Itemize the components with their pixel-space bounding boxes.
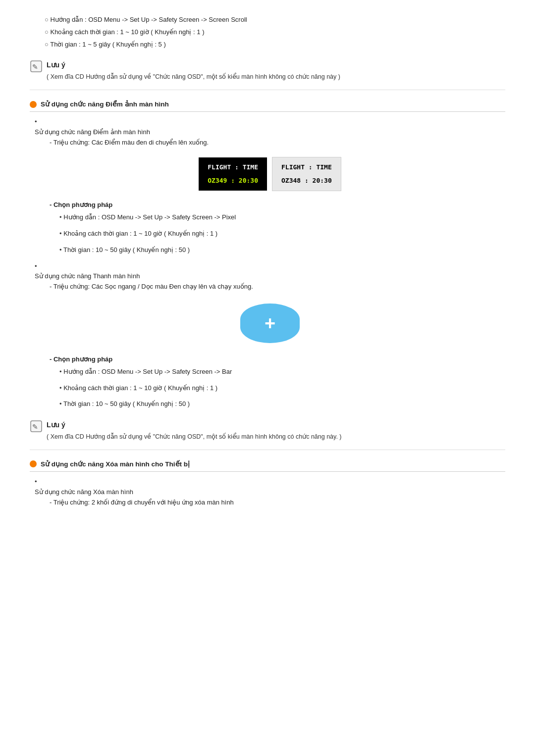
bar-bullet-3: Thời gian : 10 ~ 50 giây ( Khuyến nghị :… [59, 399, 505, 409]
choose-method-2: - Chọn phương pháp [35, 354, 505, 365]
section2-item1: Sử dụng chức năng Điểm ảnh màn hình - Tr… [35, 117, 505, 255]
section-screen-scroll: Hướng dẫn : OSD Menu -> Set Up -> Safety… [30, 15, 505, 50]
note-icon-2: ✎ [30, 420, 43, 433]
note-title-2: Lưu ý [47, 419, 342, 430]
section3-item1: Sử dụng chức năng Xóa màn hình - Triệu c… [35, 477, 505, 507]
section3-heading: Sử dụng chức năng Xóa màn hình cho Thiết… [30, 459, 505, 472]
note-text-1: ( Xem đĩa CD Hướng dẫn sử dụng về "Chức … [47, 72, 340, 82]
flight-board-black-row1: FLIGHT : TIME [208, 162, 258, 173]
choose-method-1: - Chọn phương pháp [35, 200, 505, 210]
note-icon-1: ✎ [30, 60, 43, 73]
bullet-item-2: Khoảng cách thời gian : 1 ~ 10 giờ ( Khu… [45, 27, 505, 38]
note-box-2: ✎ Lưu ý ( Xem đĩa CD Hướng dẫn sử dụng v… [30, 419, 505, 441]
section3-item1-label: Sử dụng chức năng Xóa màn hình [35, 487, 505, 498]
section3-item1-symptom: - Triệu chứng: 2 khối đứng di chuyển với… [35, 498, 505, 508]
note-text-2: ( Xem đĩa CD Hướng dẫn sử dụng về "Chức … [47, 432, 342, 442]
section2-heading: Sử dụng chức năng Điểm ảnh màn hình [30, 99, 505, 112]
note-title-1: Lưu ý [47, 59, 340, 70]
bar-bullets: Hướng dẫn : OSD Menu -> Set Up -> Safety… [35, 367, 505, 409]
divider-2 [30, 450, 505, 450]
pixel-bullet-3: Thời gian : 10 ~ 50 giây ( Khuyến nghị :… [59, 245, 505, 255]
pixel-bullet-2: Khoảng cách thời gian : 1 ~ 10 giờ ( Khu… [59, 229, 505, 239]
svg-text:✎: ✎ [32, 63, 38, 71]
pixel-bullet-1: Hướng dẫn : OSD Menu -> Set Up -> Safety… [59, 212, 505, 223]
svg-text:✎: ✎ [32, 423, 38, 431]
bullet-item-1: Hướng dẫn : OSD Menu -> Set Up -> Safety… [45, 15, 505, 25]
bar-image-container: + [35, 301, 505, 346]
bar-plus-icon: + [265, 314, 275, 333]
section2-content: Sử dụng chức năng Điểm ảnh màn hình - Tr… [30, 117, 505, 409]
section2-dot-list: Sử dụng chức năng Điểm ảnh màn hình - Tr… [30, 117, 505, 409]
flight-board-black-row2: OZ349 : 20:30 [208, 176, 258, 186]
flight-board-white: FLIGHT : TIME OZ348 : 20:30 [272, 157, 341, 192]
bar-bullet-2: Khoảng cách thời gian : 1 ~ 10 giờ ( Khu… [59, 383, 505, 394]
section2-item2: Sử dụng chức năng Thanh màn hình - Triệu… [35, 261, 505, 410]
section2-heading-text: Sử dụng chức năng Điểm ảnh màn hình [41, 99, 169, 110]
bar-circle: + [240, 303, 300, 343]
note-box-1: ✎ Lưu ý ( Xem đĩa CD Hướng dẫn sử dụng v… [30, 59, 505, 81]
section2-item2-symptom: - Triệu chứng: Các Sọc ngang / Dọc màu Đ… [35, 282, 505, 292]
section3-content: Sử dụng chức năng Xóa màn hình - Triệu c… [30, 477, 505, 507]
note-content-2: Lưu ý ( Xem đĩa CD Hướng dẫn sử dụng về … [47, 419, 342, 441]
section3-dot [30, 460, 37, 467]
flight-board-black: FLIGHT : TIME OZ349 : 20:30 [199, 157, 267, 191]
section2-item1-symptom: - Triệu chứng: Các Điểm màu đen di chuyể… [35, 138, 505, 148]
bar-image: + [235, 301, 305, 346]
note-content-1: Lưu ý ( Xem đĩa CD Hướng dẫn sử dụng về … [47, 59, 340, 81]
section2-item2-label: Sử dụng chức năng Thanh màn hình [35, 271, 505, 282]
section2-dot [30, 101, 37, 108]
pixel-bullets: Hướng dẫn : OSD Menu -> Set Up -> Safety… [35, 212, 505, 255]
flight-board-white-row2: OZ348 : 20:30 [281, 176, 332, 186]
section3-dot-list: Sử dụng chức năng Xóa màn hình - Triệu c… [30, 477, 505, 507]
divider-1 [30, 90, 505, 90]
section3-heading-text: Sử dụng chức năng Xóa màn hình cho Thiết… [41, 459, 190, 470]
flight-boards: FLIGHT : TIME OZ349 : 20:30 FLIGHT : TIM… [199, 157, 341, 192]
bullet-item-3: Thời gian : 1 ~ 5 giây ( Khuyến nghị : 5… [45, 40, 505, 50]
section2-item1-label: Sử dụng chức năng Điểm ảnh màn hình [35, 127, 505, 138]
flight-boards-container: FLIGHT : TIME OZ349 : 20:30 FLIGHT : TIM… [35, 157, 505, 192]
screen-scroll-list: Hướng dẫn : OSD Menu -> Set Up -> Safety… [30, 15, 505, 50]
flight-board-white-row1: FLIGHT : TIME [281, 162, 332, 173]
bar-bullet-1: Hướng dẫn : OSD Menu -> Set Up -> Safety… [59, 367, 505, 377]
